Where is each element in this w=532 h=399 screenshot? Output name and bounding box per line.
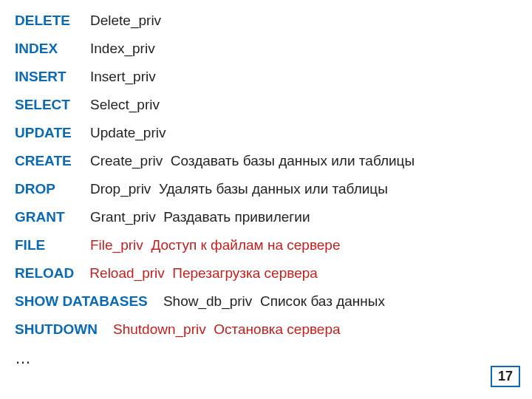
privilege-column: Drop_priv [90, 182, 151, 196]
privilege-description: Раздавать привилегии [163, 210, 310, 224]
privilege-keyword: SHOW DATABASES [15, 294, 148, 308]
privilege-column: Grant_priv [90, 210, 156, 224]
privilege-keyword: RELOAD [15, 266, 74, 280]
privilege-keyword: SELECT [15, 98, 86, 112]
page-number: 17 [491, 366, 520, 387]
privilege-description: Список баз данных [260, 294, 385, 308]
privilege-row: CREATECreate_priv Создавать базы данных … [15, 154, 517, 168]
privilege-keyword: INDEX [15, 41, 86, 55]
privilege-row: UPDATEUpdate_priv [15, 126, 517, 140]
privilege-row: FILEFile_priv Доступ к файлам на сервере [15, 238, 517, 252]
privilege-column: Show_db_priv [163, 294, 252, 308]
privilege-list: DELETEDelete_privINDEXIndex_privINSERTIn… [0, 0, 532, 366]
privilege-column: Delete_priv [90, 13, 161, 27]
privilege-row: SELECTSelect_priv [15, 98, 517, 112]
privilege-column: File_priv [90, 238, 143, 252]
privilege-description: Создавать базы данных или таблицы [171, 154, 415, 168]
privilege-description: Остановка сервера [214, 322, 340, 336]
privilege-row: SHOW DATABASES Show_db_priv Список баз д… [15, 294, 517, 308]
privilege-column: Index_priv [90, 41, 155, 55]
privilege-description: Доступ к файлам на сервере [151, 238, 340, 252]
privilege-keyword: INSERT [15, 69, 86, 83]
privilege-keyword: FILE [15, 238, 86, 252]
privilege-column: Update_priv [90, 126, 166, 140]
privilege-keyword: GRANT [15, 210, 86, 224]
privilege-column: Select_priv [90, 98, 160, 112]
privilege-row: INDEXIndex_priv [15, 41, 517, 55]
privilege-description: Удалять базы данных или таблицы [159, 182, 388, 196]
privilege-row: SHUTDOWN Shutdown_priv Остановка сервера [15, 322, 517, 336]
privilege-row: INSERTInsert_priv [15, 69, 517, 83]
privilege-keyword: CREATE [15, 154, 86, 168]
privilege-keyword: DROP [15, 182, 86, 196]
privilege-keyword: UPDATE [15, 126, 86, 140]
privilege-row: GRANTGrant_priv Раздавать привилегии [15, 210, 517, 224]
privilege-column: Create_priv [90, 154, 163, 168]
privilege-column: Insert_priv [90, 69, 156, 83]
privilege-description: Перезагрузка сервера [172, 266, 318, 280]
privilege-row: DROPDrop_priv Удалять базы данных или та… [15, 182, 517, 196]
privilege-column: Shutdown_priv [113, 322, 206, 336]
privilege-row: DELETEDelete_priv [15, 13, 517, 27]
privilege-row: RELOAD Reload_priv Перезагрузка сервера [15, 266, 517, 280]
privilege-keyword: DELETE [15, 13, 86, 27]
privilege-keyword: SHUTDOWN [15, 322, 98, 336]
ellipsis: … [15, 350, 517, 366]
privilege-column: Reload_priv [89, 266, 164, 280]
